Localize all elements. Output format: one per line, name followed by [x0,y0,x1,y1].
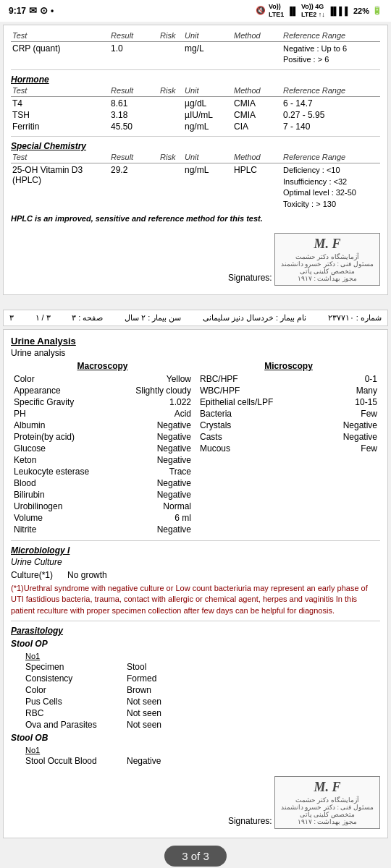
nitrite-value: Negative [157,524,191,535]
vitd3-risk [159,165,183,210]
h-col-test: Test [11,86,109,95]
page-number-right: ۳ [9,313,14,323]
page-pill: 3 of 3 [164,846,227,867]
patient-name: نام بیمار : خردسال دنیز سلیمانی [203,313,306,323]
ferritin-reference: 7 - 140 [282,122,380,132]
sg-value: 1.022 [169,397,191,407]
urobilinogen-row: Urobilinogen Normal [11,501,194,511]
wbc-hpf-row: WBC/HPF Many [197,386,380,396]
albumin-row: Albumin Negative [11,420,194,430]
status-bar: 9:17 ✉ ⊙ • 🔇 Vo))LTE1 ▐▌ Vo)) 4GLTE2 ↑↓ … [0,0,391,22]
record-number: شماره : ۲۳۷۷۱۰ [328,313,382,323]
spacer [3,301,388,310]
stamp-line-2: مسئول فنی : دکتر خسرو دانشمند [281,260,374,268]
page-label: صفحه : ۳ [72,313,103,323]
crp-risk [159,43,183,66]
consistency-value: Formed [127,673,156,684]
sc-header-row: Test Result Risk Unit Method Reference R… [11,153,380,163]
rbc-row: RBC Not seen [11,708,380,718]
t4-row: T4 8.61 µg/dL CMIA 6 - 14.7 [11,98,380,109]
bilirubin-value: Negative [157,490,191,500]
tsh-risk [159,110,183,120]
occult-blood-label: Stool Occult Blood [25,756,127,766]
specimen-value: Stool [127,662,146,672]
crp-reference: Negative : Up to 6Positive : > 6 [282,43,380,66]
albumin-value: Negative [157,420,191,430]
stamp-line-3: متخصص کلینی پاتی [281,268,374,275]
sc-col-method: Method [232,153,282,161]
t4-method: CMIA [232,98,282,109]
status-bar-left: 9:17 ✉ ⊙ • [9,5,54,16]
mute-icon: 🔇 [256,6,266,15]
ph-row: PH Acid [11,409,194,419]
vitd3-method: HPLC [232,165,282,210]
blood-value: Negative [157,478,191,488]
crp-result: 1.0 [109,43,159,66]
sc-col-test: Test [11,153,109,161]
ova-label: Ova and Parasites [25,720,127,730]
sc-col-unit: Unit [183,153,232,161]
crystals-label: Crystals [200,420,231,430]
t4-unit: µg/dL [183,98,232,109]
battery: 22% [353,7,369,15]
color-label: Color [14,374,35,384]
mucous-value: Few [361,443,377,454]
urine-two-col: Macroscopy Color Yellow Appearance Sligh… [11,361,380,536]
hormone-title: Hormone [11,75,380,85]
rbc-label: RBC [25,708,127,718]
ferritin-name: Ferritin [11,122,109,132]
vitd3-name: 25-OH Vitamin D3 (HPLC) [11,165,109,210]
t4-result: 8.61 [109,98,159,109]
h-col-reference: Reference Range [282,86,380,95]
signature-stamp-2: M. F آزمایشگاه دکتر حشمت مسئول فنی : دکت… [274,776,380,829]
ova-value: Not seen [127,720,161,730]
no1-label-op: No1 [25,652,380,660]
t4-reference: 6 - 14.7 [282,98,380,109]
keton-value: Negative [157,455,191,465]
h-col-unit: Unit [183,86,232,95]
appearance-value: Slightly cloudy [135,386,191,396]
keton-row: Keton Negative [11,455,194,465]
top-report-card: Test Result Risk Unit Method Reference R… [3,25,388,295]
time: 9:17 [9,6,26,16]
pus-cells-label: Pus Cells [25,697,127,707]
camera-icon: ⊙ [40,5,48,16]
page-wrapper: Test Result Risk Unit Method Reference R… [0,22,391,868]
epithelial-row: Epithelial cells/LPF 10-15 [197,397,380,407]
microscopy-header: Microscopy [197,361,380,371]
rbc-hpf-label: RBC/HPF [200,374,238,384]
leukocyte-label: Leukocyte esterase [14,467,89,477]
ferritin-result: 45.50 [109,122,159,132]
specimen-label: Specimen [25,662,127,672]
wbc-hpf-label: WBC/HPF [200,386,240,396]
crp-name: CRP (quant) [11,43,109,66]
pus-cells-value: Not seen [127,697,161,707]
stool-color-label: Color [25,685,127,695]
albumin-label: Albumin [14,420,45,430]
protein-label: Protein(by acid) [14,432,75,442]
blood-label: Blood [14,478,36,488]
ferritin-risk [159,122,183,132]
ferritin-method: CIA [232,122,282,132]
urine-analysis-subtitle: Urine analysis [11,348,380,358]
tsh-row: TSH 3.18 µIU/mL CMIA 0.27 - 5.95 [11,110,380,120]
ph-value: Acid [175,409,191,419]
culture-row: Culture(*1) No growth [11,570,380,580]
special-chemistry-section: Special Chemistry Test Result Risk Unit … [11,141,380,223]
glucose-value: Negative [157,443,191,454]
leukocyte-row: Leukocyte esterase Trace [11,467,194,477]
message-icon: ✉ [29,5,37,16]
color-row: Color Yellow [11,374,194,384]
crp-method [232,43,282,66]
rbc-value: Not seen [127,708,161,718]
occult-blood-value: Negative [127,756,161,766]
stool-ob-section: Stool OB No1 Stool Occult Blood Negative [11,733,380,766]
mucous-row: Mucous Few [197,443,380,454]
page-indicator: 3 of 3 [3,846,388,867]
appearance-row: Appearance Slightly cloudy [11,386,194,396]
keton-label: Keton [14,455,36,465]
sc-col-result: Result [109,153,159,161]
color-value: Yellow [167,374,191,384]
signatures-label-2: Signatures: [228,816,272,826]
network-info: Vo))LTE1 [269,3,284,19]
